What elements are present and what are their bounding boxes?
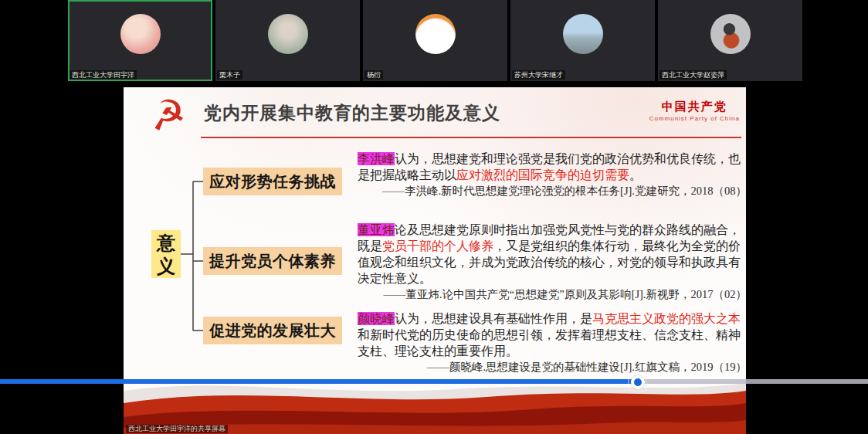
header-divider	[201, 137, 741, 138]
participant-name: 西北工业大学田宇洋	[70, 70, 137, 80]
participant-tile[interactable]: 西北工业大学田宇洋	[68, 0, 212, 81]
participant-tile[interactable]: 栗木子	[215, 0, 360, 81]
branch-box: 提升党员个体素养	[203, 247, 342, 275]
slide-title: 党内开展集中教育的主要功能及意义	[204, 101, 500, 125]
avatar	[120, 14, 161, 54]
slide-brand: 中国共产党 Communist Party of China	[649, 100, 740, 122]
brand-cn: 中国共产党	[649, 100, 740, 114]
avatar	[563, 14, 603, 54]
video-player: 西北工业大学田宇洋栗木子杨衍苏州大学宋继才西北工业大学赵姿萍 ☭ 党内开展集中教…	[0, 0, 868, 434]
quote-block: 李洪峰认为，思想建党和理论强党是我们党的政治优势和优良传统，也是把握战略主动以应…	[358, 151, 746, 199]
avatar	[710, 14, 751, 54]
participant-tile[interactable]: 西北工业大学赵姿萍	[658, 0, 802, 81]
participant-name: 杨衍	[364, 70, 383, 80]
quote-block: 董亚炜论及思想建党原则时指出加强党风党性与党的群众路线的融合，既是党员干部的个人…	[358, 222, 746, 303]
avatar	[415, 14, 456, 54]
participant-name: 栗木子	[217, 70, 242, 80]
citation: ——董亚炜.论中国共产党“思想建党”原则及其影响[J].新视野，2017（02）	[358, 287, 746, 303]
branch-box: 应对形势任务挑战	[203, 168, 342, 195]
avatar	[268, 14, 308, 54]
root-box-yiyi: 意义	[151, 230, 181, 278]
participant-tile[interactable]: 杨衍	[363, 0, 507, 81]
participant-name: 苏州大学宋继才	[512, 70, 565, 80]
cpc-emblem-icon: ☭	[147, 91, 188, 139]
branch-box: 促进党的发展壮大	[203, 317, 342, 344]
progress-fill	[0, 379, 637, 384]
brand-en: Communist Party of China	[649, 115, 740, 122]
participant-strip: 西北工业大学田宇洋栗木子杨衍苏州大学宋继才西北工业大学赵姿萍	[68, 0, 802, 81]
progress-bar[interactable]	[0, 379, 868, 384]
player-controls: 1:01:59 / 1:24:16 1x	[0, 386, 868, 434]
participant-name: 西北工业大学赵姿萍	[659, 70, 727, 80]
participant-tile[interactable]: 苏州大学宋继才	[510, 0, 655, 81]
citation: ——李洪峰.新时代思想建党理论强党的根本任务[J].党建研究，2018（08）	[358, 183, 746, 199]
